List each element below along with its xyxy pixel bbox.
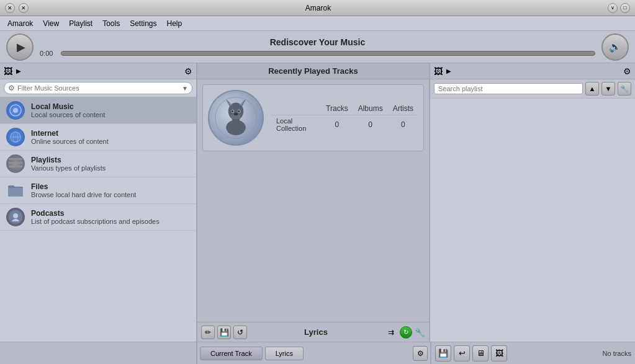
right-panel-content bbox=[430, 99, 635, 342]
bottom-center: Current Track Lyrics ⚙ bbox=[197, 342, 430, 364]
source-item-internet[interactable]: Internet Online sources of content bbox=[0, 124, 196, 151]
filter-music-input[interactable] bbox=[17, 84, 179, 92]
player-center: Rediscover Your Music 0:00 bbox=[40, 37, 595, 57]
volume-button[interactable]: 🔊 bbox=[601, 33, 629, 61]
internet-desc: Online sources of content bbox=[31, 138, 109, 145]
bottom-right: 💾 ↩ 🖥 🖼 No tracks bbox=[430, 342, 635, 364]
local-music-icon bbox=[6, 101, 25, 120]
filter-dropdown-icon[interactable]: ▼ bbox=[182, 85, 188, 92]
podcasts-desc: List of podcast subscriptions and episod… bbox=[31, 218, 160, 225]
progress-bar[interactable] bbox=[61, 51, 595, 56]
albums-count: 0 bbox=[353, 115, 388, 134]
filter-bar: ⚙ ▼ bbox=[0, 79, 196, 97]
tracks-count: 0 bbox=[321, 115, 353, 134]
col-albums: Albums bbox=[353, 102, 388, 115]
svg-point-22 bbox=[238, 110, 240, 112]
lyrics-edit-btn[interactable]: ✏ bbox=[201, 326, 215, 339]
right-panel: 🖼 ▶ ⚙ ▲ ▼ 🔧 bbox=[430, 63, 635, 342]
bottom-image-btn[interactable]: 🖼 bbox=[491, 345, 507, 362]
files-desc: Browse local hard drive for content bbox=[31, 191, 136, 198]
menu-settings[interactable]: Settings bbox=[125, 18, 161, 29]
menu-help[interactable]: Help bbox=[162, 18, 187, 29]
podcasts-icon bbox=[6, 208, 25, 226]
titlebar: ✕ ✕ Amarok ∨ □ bbox=[0, 0, 635, 16]
col-tracks: Tracks bbox=[321, 102, 353, 115]
bottom-clear-btn[interactable]: 🖥 bbox=[472, 345, 489, 362]
local-music-desc: Local sources of content bbox=[31, 111, 105, 118]
titlebar-controls: ✕ ✕ bbox=[5, 3, 29, 13]
right-panel-arrow[interactable]: ▶ bbox=[446, 68, 451, 74]
center-panel-title: Recently Played Tracks bbox=[268, 66, 358, 76]
bottom-left bbox=[0, 342, 197, 364]
progress-area: 0:00 bbox=[40, 50, 595, 57]
collection-stats: Tracks Albums Artists Local Collection 0… bbox=[271, 102, 418, 134]
menu-view[interactable]: View bbox=[38, 18, 64, 29]
left-panel-gear[interactable]: ⚙ bbox=[184, 66, 192, 76]
tab-lyrics[interactable]: Lyrics bbox=[265, 347, 304, 360]
menu-tools[interactable]: Tools bbox=[97, 18, 125, 29]
bottom-center-settings-btn[interactable]: ⚙ bbox=[413, 346, 428, 361]
svg-point-18 bbox=[234, 113, 238, 115]
source-text-podcasts: Podcasts List of podcast subscriptions a… bbox=[31, 209, 160, 225]
source-text-files: Files Browse local hard drive for conten… bbox=[31, 182, 136, 198]
playlist-down-btn[interactable]: ▼ bbox=[601, 82, 615, 95]
internet-name: Internet bbox=[31, 129, 109, 138]
main-content: 🖼 ▶ ⚙ ⚙ ▼ Local Music Local sources of bbox=[0, 63, 635, 342]
right-panel-icon: 🖼 bbox=[434, 66, 443, 76]
lyrics-refresh-btn[interactable]: ↻ bbox=[400, 326, 412, 339]
search-playlist-input[interactable] bbox=[434, 83, 583, 94]
window-minimize-btn[interactable]: ∨ bbox=[608, 3, 618, 13]
files-icon bbox=[6, 181, 25, 200]
artists-count: 0 bbox=[388, 115, 418, 134]
time-label: 0:00 bbox=[40, 50, 57, 57]
filter-input-wrap: ⚙ ▼ bbox=[4, 82, 192, 94]
svg-rect-8 bbox=[8, 188, 23, 197]
source-item-files[interactable]: Files Browse local hard drive for conten… bbox=[0, 177, 196, 204]
lyrics-wrench-icon[interactable]: 🔧 bbox=[415, 327, 425, 337]
local-music-name: Local Music bbox=[31, 102, 105, 111]
playlist-up-btn[interactable]: ▲ bbox=[585, 82, 599, 95]
tab-current-track[interactable]: Current Track bbox=[200, 347, 263, 360]
menu-amarok[interactable]: Amarok bbox=[2, 18, 38, 29]
source-item-playlists[interactable]: Playlists Various types of playlists bbox=[0, 151, 196, 177]
filter-search-icon: ⚙ bbox=[8, 84, 15, 92]
bottom-bar: Current Track Lyrics ⚙ 💾 ↩ 🖥 🖼 No tracks bbox=[0, 342, 635, 364]
files-name: Files bbox=[31, 182, 136, 191]
left-panel: 🖼 ▶ ⚙ ⚙ ▼ Local Music Local sources of bbox=[0, 63, 197, 342]
left-panel-arrow[interactable]: ▶ bbox=[16, 68, 21, 74]
right-panel-header: 🖼 ▶ ⚙ bbox=[430, 63, 635, 79]
titlebar-window-controls: ∨ □ bbox=[608, 3, 630, 13]
svg-point-10 bbox=[13, 213, 18, 218]
right-panel-gear[interactable]: ⚙ bbox=[623, 66, 631, 76]
player-title: Rediscover Your Music bbox=[270, 37, 366, 47]
collection-label: Local Collection bbox=[271, 115, 321, 134]
source-text-local-music: Local Music Local sources of content bbox=[31, 102, 105, 118]
menu-playlist[interactable]: Playlist bbox=[64, 18, 97, 29]
center-content: Tracks Albums Artists Local Collection 0… bbox=[197, 79, 429, 322]
lyrics-link-icon[interactable]: ⇉ bbox=[385, 326, 397, 339]
titlebar-extra-btn[interactable]: ✕ bbox=[19, 3, 29, 13]
collection-row: Local Collection 0 0 0 bbox=[271, 115, 418, 134]
search-playlist-wrap: ▲ ▼ 🔧 bbox=[430, 79, 635, 99]
left-panel-header: 🖼 ▶ ⚙ bbox=[0, 63, 196, 79]
source-item-podcasts[interactable]: Podcasts List of podcast subscriptions a… bbox=[0, 204, 196, 231]
bottom-save-btn[interactable]: 💾 bbox=[435, 345, 451, 362]
bottom-undo-btn[interactable]: ↩ bbox=[454, 345, 470, 362]
center-panel: Recently Played Tracks bbox=[197, 63, 430, 342]
playlist-settings-btn[interactable]: 🔧 bbox=[618, 82, 631, 95]
source-item-local-music[interactable]: Local Music Local sources of content bbox=[0, 97, 196, 124]
lyrics-save-btn[interactable]: 💾 bbox=[217, 326, 231, 339]
podcasts-name: Podcasts bbox=[31, 209, 160, 218]
svg-rect-24 bbox=[232, 119, 240, 125]
no-tracks-label: No tracks bbox=[603, 350, 631, 357]
collection-card: Tracks Albums Artists Local Collection 0… bbox=[202, 84, 424, 151]
lyrics-right-controls: ⇉ ↻ 🔧 bbox=[385, 326, 425, 339]
svg-rect-5 bbox=[9, 158, 22, 160]
lyrics-bar: ✏ 💾 ↺ Lyrics ⇉ ↻ 🔧 bbox=[197, 322, 429, 342]
lyrics-extra-btn[interactable]: ↺ bbox=[233, 326, 247, 339]
play-button[interactable]: ▶ bbox=[6, 33, 34, 61]
internet-icon bbox=[6, 128, 25, 146]
svg-point-21 bbox=[232, 110, 233, 112]
window-maximize-btn[interactable]: □ bbox=[620, 3, 630, 13]
titlebar-close-btn[interactable]: ✕ bbox=[5, 3, 15, 13]
